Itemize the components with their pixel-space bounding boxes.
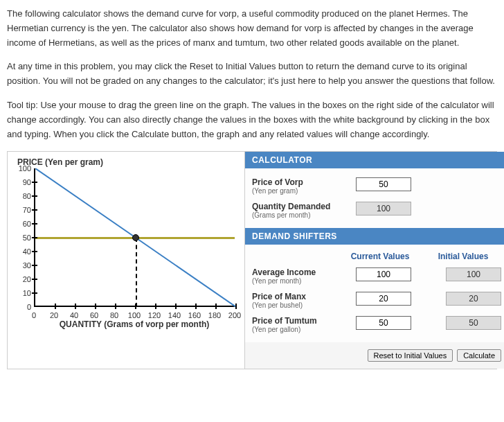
quantity-label: Quantity Demanded <box>252 202 349 211</box>
x-tick: 180 <box>208 311 221 319</box>
x-tick: 0 <box>32 311 36 319</box>
x-tick: 100 <box>128 311 141 319</box>
column-headers: Current Values Initial Values <box>252 250 501 264</box>
shifter-current-input[interactable] <box>356 316 411 330</box>
shifter-current-input[interactable] <box>356 267 411 281</box>
shifter-label: Price of Manx <box>252 292 349 301</box>
shifter-initial-value: 100 <box>446 267 501 281</box>
x-tick: 60 <box>90 311 98 319</box>
price-row: Price of Vorp (Yen per gram) <box>252 174 501 198</box>
shifters-header: DEMAND SHIFTERS <box>245 228 504 245</box>
quantity-value: 100 <box>356 202 411 216</box>
calculator-container: PRICE (Yen per gram) 1009080706050403020… <box>7 151 497 369</box>
x-tick: 20 <box>50 311 58 319</box>
y-axis: 1009080706050403020100 <box>12 168 31 307</box>
y-tick: 80 <box>15 192 31 200</box>
x-tick: 140 <box>168 311 181 319</box>
price-input[interactable] <box>356 177 411 191</box>
calculator-header: CALCULATOR <box>245 152 504 168</box>
shifter-row: Price of Manx(Yen per bushel)20 <box>252 288 501 313</box>
y-tick: 50 <box>15 234 31 242</box>
price-sublabel: (Yen per gram) <box>252 187 349 195</box>
shifter-initial-value: 50 <box>446 316 501 330</box>
quantity-row: Quantity Demanded (Grams per month) 100 <box>252 198 501 222</box>
shifter-sublabel: (Yen per gallon) <box>252 326 349 333</box>
x-axis: 020406080100120140160180200 <box>34 307 235 319</box>
shifter-row: Average Income(Yen per month)100 <box>252 264 501 288</box>
intro-p3: Tool tip: Use your mouse to drag the gre… <box>7 98 497 141</box>
y-tick: 90 <box>15 178 31 186</box>
equilibrium-point[interactable] <box>132 234 139 241</box>
shifter-sublabel: (Yen per month) <box>252 277 349 285</box>
y-tick: 70 <box>15 206 31 214</box>
shifter-label: Average Income <box>252 267 349 277</box>
side-panel: CALCULATOR Price of Vorp (Yen per gram) … <box>245 152 504 369</box>
y-axis-title: PRICE (Yen per gram) <box>17 157 240 167</box>
intro-p1: The following calculator shows the deman… <box>7 7 497 50</box>
intro-text: The following calculator shows the deman… <box>7 7 497 141</box>
price-label: Price of Vorp <box>252 177 349 187</box>
calculator-body: Price of Vorp (Yen per gram) Quantity De… <box>245 168 504 228</box>
graph-panel: PRICE (Yen per gram) 1009080706050403020… <box>8 152 245 369</box>
y-tick: 10 <box>15 289 31 297</box>
quantity-sublabel: (Grams per month) <box>252 211 349 219</box>
button-row: Reset to Initial Values Calculate <box>245 342 504 369</box>
plot-area[interactable] <box>34 168 235 307</box>
intro-p2: At any time in this problem, you may cli… <box>7 60 497 89</box>
current-header: Current Values <box>349 252 411 261</box>
y-tick: 40 <box>15 247 31 256</box>
y-tick: 30 <box>15 261 31 270</box>
chart[interactable]: 1009080706050403020100 02040608010012014… <box>12 168 240 328</box>
initial-header: Initial Values <box>432 252 494 261</box>
y-tick: 20 <box>15 275 31 283</box>
shifter-row: Price of Tumtum(Yen per gallon)50 <box>252 313 501 337</box>
calculate-button[interactable]: Calculate <box>457 349 501 362</box>
shifter-initial-value: 20 <box>446 292 501 306</box>
x-tick: 160 <box>188 311 201 319</box>
shifter-current-input[interactable] <box>356 292 411 306</box>
x-tick: 80 <box>110 311 118 319</box>
shifter-sublabel: (Yen per bushel) <box>252 301 349 309</box>
x-axis-title: QUANTITY (Grams of vorp per month) <box>34 319 235 329</box>
reset-button[interactable]: Reset to Initial Values <box>368 349 453 362</box>
quantity-guide <box>136 238 137 307</box>
y-tick: 60 <box>15 220 31 228</box>
shifter-label: Price of Tumtum <box>252 316 349 326</box>
y-tick: 0 <box>15 303 31 311</box>
shifters-body: Current Values Initial Values Average In… <box>245 245 504 342</box>
x-tick: 120 <box>148 311 161 319</box>
x-tick: 200 <box>228 311 241 319</box>
y-tick: 100 <box>15 164 31 173</box>
x-tick: 40 <box>70 311 78 319</box>
